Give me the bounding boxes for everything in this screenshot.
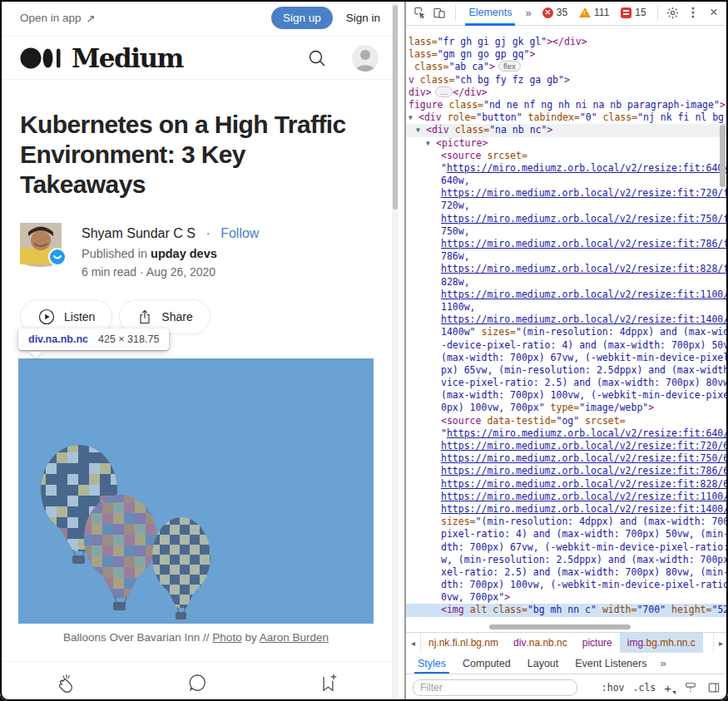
dom-tree-row[interactable]: ▼<div role="button" tabindex="0" class="…	[406, 111, 728, 124]
dom-tree-row[interactable]: lass="gm gn go gp gq">	[406, 48, 728, 61]
panel-tab-styles[interactable]: Styles	[409, 653, 454, 674]
more-tabs-icon[interactable]: »	[522, 7, 534, 19]
dom-tree-row[interactable]: 640w,	[406, 175, 728, 187]
breadcrumb-scroll-right-icon[interactable]: ▸	[713, 633, 728, 653]
settings-gear-icon[interactable]	[664, 2, 681, 22]
toggle-hover-state-button[interactable]: :hov	[602, 682, 625, 694]
dom-tree-row[interactable]: xel-ratio: 2.5) and (max-width: 700px) 8…	[406, 566, 728, 579]
dom-tree-row[interactable]: figure class="nd ne nf ng nh ni na nb pa…	[406, 99, 728, 111]
issues-badge[interactable]: 15	[617, 7, 650, 18]
caption-by: by	[242, 631, 260, 644]
dom-tree-row[interactable]: https://miro.mediumz.orb.local/v2/resize…	[406, 289, 728, 301]
devtools-v-scrollbar[interactable]	[720, 125, 726, 187]
dom-tree-row[interactable]: 1100w,	[406, 301, 728, 313]
clap-icon[interactable]	[57, 672, 78, 694]
open-in-app-link[interactable]: Open in app ↗	[20, 12, 96, 25]
comment-icon[interactable]	[186, 672, 208, 694]
dom-tree-row[interactable]: 1400w" sizes="(min-resolution: 4dppx) an…	[406, 326, 728, 338]
dom-tree-row[interactable]: https://miro.mediumz.orb.local/v2/resize…	[406, 440, 728, 452]
search-icon[interactable]	[307, 48, 327, 68]
inspect-element-icon[interactable]	[411, 2, 428, 22]
dom-tree-row[interactable]: https://miro.mediumz.orb.local/v2/resize…	[406, 491, 728, 503]
dom-tree-row[interactable]: 828w,	[406, 276, 728, 289]
dom-tree-row[interactable]: https://miro.mediumz.orb.local/v2/resize…	[406, 478, 728, 491]
rendering-emulation-icon[interactable]	[683, 681, 698, 694]
styles-filter-input[interactable]	[413, 679, 577, 696]
dom-tree-row[interactable]: dth: 700px) 67vw, (-webkit-min-device-pi…	[406, 541, 728, 554]
dom-tree-row[interactable]: 0px) 100vw, 700px" type="image/webp">	[406, 402, 728, 414]
photo-link[interactable]: Photo	[212, 631, 241, 644]
follow-button[interactable]: Follow	[220, 226, 259, 240]
dom-tree-row[interactable]: https://miro.mediumz.orb.local/v2/resize…	[406, 313, 728, 326]
dom-tree-row[interactable]: 750w,	[406, 225, 728, 238]
panel-tab-computed[interactable]: Computed	[454, 653, 519, 674]
dom-tree-row[interactable]: 0vw, 700px">	[406, 591, 728, 604]
console-warnings-badge[interactable]: 111	[575, 7, 613, 18]
panel-more-tabs-icon[interactable]: »	[655, 653, 671, 674]
page-scrollbar-thumb[interactable]	[393, 5, 398, 210]
dom-tree-row[interactable]: https://miro.mediumz.orb.local/v2/resize…	[406, 503, 728, 516]
sign-up-button[interactable]: Sign up	[271, 7, 333, 29]
panel-tab-layout[interactable]: Layout	[519, 653, 567, 674]
element-classes-button[interactable]: .cls	[633, 682, 656, 694]
play-icon	[37, 308, 56, 326]
new-style-rule-button[interactable]: +	[664, 681, 675, 695]
computed-sidebar-toggle-icon[interactable]	[706, 681, 721, 694]
dom-tree-row[interactable]: (max-width: 700px) 67vw, (-webkit-min-de…	[406, 352, 728, 364]
dom-tree-row[interactable]: https://miro.mediumz.orb.local/v2/resize…	[406, 465, 728, 477]
medium-logo-mark	[20, 46, 63, 71]
dom-tree-row[interactable]: https://miro.mediumz.orb.local/v2/resize…	[406, 187, 728, 200]
panel-tab-event-listeners[interactable]: Event Listeners	[567, 653, 655, 674]
dom-tree-row[interactable]: w, (min-resolution: 2.5dppx) and (max-wi…	[406, 554, 728, 566]
breadcrumb-item[interactable]: picture	[575, 633, 620, 653]
dom-tree-row[interactable]: "https://miro.mediumz.orb.local/v2/resiz…	[406, 162, 728, 175]
breadcrumb-scroll-left-icon[interactable]: ◂	[406, 633, 421, 653]
dom-tree-row[interactable]: 786w,	[406, 250, 728, 263]
dom-tree-row[interactable]: v class="ch bg fy fz ga gb">	[406, 74, 728, 86]
dom-tree-row[interactable]: <source data-testid="og" srcset=	[406, 415, 728, 427]
dom-tree-row[interactable]: ▼<div class="na nb nc">	[406, 124, 728, 136]
medium-logo[interactable]: Medium	[20, 43, 183, 73]
flex-badge[interactable]: flex	[498, 61, 521, 72]
dom-tree-row[interactable]: -device-pixel-ratio: 4) and (max-width: …	[406, 339, 728, 352]
dom-tree-row[interactable]: lass="fr gh gi gj gk gl"></div>	[406, 36, 728, 48]
dom-tree-row[interactable]: pixel-ratio: 4) and (max-width: 700px) 5…	[406, 528, 728, 541]
dom-tree-row[interactable]: ▼<picture>	[406, 137, 728, 150]
sign-in-link[interactable]: Sign in	[346, 12, 380, 24]
tooltip-arrow	[30, 352, 42, 358]
device-toolbar-icon[interactable]	[431, 2, 448, 22]
breadcrumb-item[interactable]: div.na.nb.nc	[506, 633, 575, 653]
author-name[interactable]: Shyam Sundar C S	[82, 226, 196, 240]
dom-tree-row[interactable]: 720w,	[406, 200, 728, 212]
dom-tree-row[interactable]: class="ab ca">flex	[406, 61, 728, 73]
breadcrumb-item[interactable]: img.bg.mh.nn.c	[620, 633, 703, 653]
dom-tree-row[interactable]: px) 65vw, (min-resolution: 2.5dppx) and …	[406, 364, 728, 377]
close-devtools-icon[interactable]: ×	[705, 4, 723, 21]
publication-link[interactable]: upday devs	[151, 247, 217, 260]
photo-author-link[interactable]: Aaron Burden	[260, 631, 329, 644]
dom-tree-row[interactable]: sizes="(min-resolution: 4dppx) and (max-…	[406, 516, 728, 528]
console-errors-badge[interactable]: ✕ 35	[538, 7, 572, 18]
dom-tree-row[interactable]: https://miro.mediumz.orb.local/v2/resize…	[406, 263, 728, 275]
dom-tree-row[interactable]: https://miro.mediumz.orb.local/v2/resize…	[406, 452, 728, 465]
dom-tree-row[interactable]: "https://miro.mediumz.orb.local/v2/resiz…	[406, 427, 728, 440]
dom-tree-row[interactable]: dth: 700px) 100vw, (-webkit-min-device-p…	[406, 579, 728, 591]
dom-tree-row[interactable]: <source srcset=	[406, 150, 728, 162]
expand-ellipsis-badge[interactable]: …	[435, 86, 453, 97]
kebab-menu-icon[interactable]	[685, 2, 701, 22]
devtools-h-scrollbar[interactable]	[489, 624, 631, 629]
devtools-divider[interactable]	[404, 0, 406, 701]
article-hero-image[interactable]	[18, 358, 374, 624]
dom-tree-row[interactable]: <img alt class="bg mh nn c" width="700" …	[406, 604, 728, 616]
bookmark-add-icon[interactable]	[318, 672, 339, 694]
tab-elements[interactable]: Elements	[462, 0, 518, 26]
dom-tree-row[interactable]: https://miro.mediumz.orb.local/v2/resize…	[406, 238, 728, 250]
dom-tree-row[interactable]: vice-pixel-ratio: 2.5) and (max-width: 7…	[406, 377, 728, 389]
toolbar-divider	[657, 5, 658, 20]
dom-tree-row[interactable]: https://miro.mediumz.orb.local/v2/resize…	[406, 213, 728, 225]
promo-topbar: Open in app ↗ Sign up Sign in	[0, 0, 405, 37]
breadcrumb-item[interactable]: nj.nk.fi.nl.bg.nm	[421, 633, 506, 653]
dom-tree-row[interactable]: (max-width: 700px) 100vw, (-webkit-min-d…	[406, 389, 728, 402]
dom-tree-row[interactable]: div>…</div>	[406, 86, 728, 99]
user-avatar[interactable]	[352, 45, 379, 72]
